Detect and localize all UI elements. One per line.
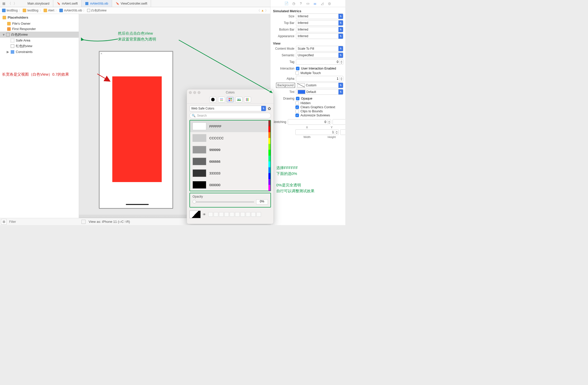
swatch-slot[interactable] bbox=[235, 212, 240, 217]
checkbox-hidden[interactable] bbox=[295, 101, 299, 105]
tab-main-storyboard[interactable]: Main.storyboard bbox=[19, 0, 53, 7]
help-inspector-icon[interactable]: ? bbox=[299, 2, 303, 6]
field-stretch-y[interactable]: ▲▼ bbox=[333, 119, 345, 125]
colors-popover[interactable]: Colors Web Safe Colors⇅ ✿ 🔍Search FFFFFF… bbox=[187, 89, 274, 224]
current-color-swatch[interactable] bbox=[189, 211, 201, 218]
mode-wheel-icon[interactable] bbox=[209, 97, 216, 102]
color-item-666666[interactable]: 666666 bbox=[190, 156, 270, 167]
nav-back-small-icon[interactable]: 〈 bbox=[257, 8, 260, 13]
outline-item-red-view[interactable]: 红色的view bbox=[0, 43, 79, 49]
opacity-value[interactable]: 0% bbox=[256, 199, 268, 204]
swatch-slot[interactable] bbox=[230, 212, 234, 217]
close-frame-icon[interactable]: ✕ bbox=[100, 52, 102, 55]
tab-malertxib-xib[interactable]: mAlertXib.xib bbox=[81, 0, 112, 7]
swatch-slot[interactable] bbox=[240, 212, 245, 217]
field-alpha[interactable]: ▲▼ bbox=[296, 76, 343, 81]
select-semantic[interactable]: Unspecified⇅ bbox=[296, 52, 343, 58]
outline-item-white-view[interactable]: ▼白色的view bbox=[0, 32, 79, 38]
color-item-999999[interactable]: 999999 bbox=[190, 144, 270, 156]
breadcrumb-item[interactable]: Alert bbox=[44, 9, 54, 12]
swatch-slot[interactable] bbox=[219, 212, 224, 217]
svg-rect-9 bbox=[229, 100, 230, 101]
filter-input[interactable] bbox=[8, 220, 79, 224]
connections-inspector-icon[interactable]: ◎ bbox=[327, 2, 331, 6]
min-dot-icon[interactable] bbox=[193, 91, 196, 94]
mode-sliders-icon[interactable] bbox=[218, 97, 225, 102]
color-search-input[interactable]: 🔍Search bbox=[189, 113, 271, 118]
select-background[interactable]: Custom⇅ bbox=[295, 82, 343, 88]
color-item-333333[interactable]: 333333 bbox=[190, 167, 270, 179]
nav-back-icon[interactable]: 〈 bbox=[7, 1, 12, 6]
select-size[interactable]: Inferred⇅ bbox=[296, 13, 343, 19]
palette-select[interactable]: Web Safe Colors⇅ bbox=[189, 106, 266, 111]
device-frame[interactable]: ✕ bbox=[99, 51, 173, 209]
checkbox-opaque[interactable]: ✓ bbox=[296, 97, 299, 100]
swatch-slot[interactable] bbox=[246, 212, 250, 217]
placeholder-files-owner[interactable]: File's Owner bbox=[0, 21, 79, 26]
field-stretch-x[interactable]: ▲▼ bbox=[288, 119, 331, 125]
tab-label: mAlertXib.xib bbox=[90, 2, 108, 5]
select-top-bar[interactable]: Inferred⇅ bbox=[296, 20, 343, 26]
mode-image-icon[interactable] bbox=[235, 97, 242, 102]
swatch-slot[interactable] bbox=[251, 212, 256, 217]
checkbox-multiple-touch[interactable] bbox=[295, 71, 299, 75]
hue-strip[interactable] bbox=[268, 120, 270, 191]
color-item-FFFFFF[interactable]: FFFFFF bbox=[190, 120, 270, 132]
field-stretch-h[interactable]: ▲▼ bbox=[340, 129, 345, 135]
chevron-icon: 〉 bbox=[39, 8, 43, 13]
folder-icon bbox=[44, 9, 47, 12]
swatch-slot[interactable] bbox=[208, 212, 213, 217]
mode-palettes-icon[interactable] bbox=[227, 97, 234, 102]
nav-forward-small-icon[interactable]: 〉 bbox=[265, 8, 268, 13]
mode-pencils-icon[interactable] bbox=[244, 97, 251, 102]
opacity-slider[interactable] bbox=[193, 201, 254, 202]
add-button[interactable]: ⊞ bbox=[1, 219, 7, 225]
red-view[interactable] bbox=[112, 76, 162, 182]
slider-knob-icon[interactable] bbox=[193, 200, 196, 203]
color-item-CCCCCC[interactable]: CCCCCC bbox=[190, 132, 270, 144]
zoom-dot-icon[interactable] bbox=[198, 91, 200, 94]
field-tag[interactable]: ▲▼ bbox=[296, 59, 343, 65]
breadcrumb-item[interactable]: testBlog bbox=[2, 9, 18, 12]
select-content-mode[interactable]: Scale To Fill⇅ bbox=[296, 46, 343, 51]
disclosure-triangle-icon[interactable]: ▶ bbox=[7, 50, 9, 54]
breadcrumb-item[interactable]: 白色的view bbox=[87, 8, 106, 13]
popover-titlebar[interactable]: Colors bbox=[187, 89, 274, 95]
tab-malert-swift[interactable]: mAlert.swift bbox=[53, 0, 81, 7]
select-bottom-bar[interactable]: Inferred⇅ bbox=[296, 27, 343, 32]
placeholder-first-responder[interactable]: First Responder bbox=[0, 26, 79, 32]
file-inspector-icon[interactable]: 📄 bbox=[284, 2, 289, 6]
checkbox-user-interaction[interactable]: ✓ bbox=[296, 67, 299, 70]
breadcrumb-item[interactable]: mAlertXib.xib bbox=[59, 9, 82, 12]
history-inspector-icon[interactable]: ◷ bbox=[292, 2, 296, 6]
label-drawing: Drawing bbox=[272, 97, 296, 100]
annotation-red: 长宽各是父视图（白色View）0.7的效果 bbox=[2, 72, 69, 77]
select-tint[interactable]: Default⇅ bbox=[296, 89, 343, 95]
swatch-slot[interactable] bbox=[224, 212, 229, 217]
gear-icon[interactable]: ✿ bbox=[268, 106, 271, 111]
checkbox-clips-bounds[interactable] bbox=[295, 109, 299, 113]
close-dot-icon[interactable] bbox=[189, 91, 192, 94]
outline-toggle-icon[interactable] bbox=[81, 220, 86, 224]
swatch-slot[interactable] bbox=[214, 212, 218, 217]
attributes-inspector-icon[interactable]: ⚌ bbox=[313, 2, 317, 6]
identity-inspector-icon[interactable]: ▭ bbox=[306, 2, 310, 6]
outline-item-constraints[interactable]: ▶Constraints bbox=[0, 49, 79, 54]
swatch-slot[interactable] bbox=[256, 212, 261, 217]
outline-item-safe-area[interactable]: Safe Area bbox=[0, 38, 79, 43]
field-stretch-w[interactable]: ▲▼ bbox=[295, 129, 339, 135]
size-inspector-icon[interactable]: ◿ bbox=[320, 2, 324, 6]
nav-forward-icon[interactable]: 〉 bbox=[13, 1, 17, 6]
warning-icon[interactable]: ▲ bbox=[261, 9, 264, 12]
eyedropper-icon[interactable]: 👁 bbox=[203, 213, 206, 216]
tab-viewcontroller-swift[interactable]: ViewController.swift bbox=[112, 0, 151, 7]
placeholders-header[interactable]: Placeholders bbox=[0, 14, 79, 21]
view-as-label[interactable]: View as: iPhone 11 (wC hR) bbox=[89, 220, 130, 224]
checkbox-clears-graphics[interactable]: ✓ bbox=[295, 105, 299, 109]
color-item-000000[interactable]: 000000 bbox=[190, 179, 270, 191]
select-appearance[interactable]: Inferred⇅ bbox=[296, 33, 343, 39]
disclosure-triangle-icon[interactable]: ▼ bbox=[2, 33, 5, 37]
related-items-icon[interactable]: ▦ bbox=[2, 1, 6, 6]
breadcrumb-item[interactable]: testBlog bbox=[23, 9, 38, 12]
checkbox-autoresize[interactable]: ✓ bbox=[295, 114, 299, 117]
